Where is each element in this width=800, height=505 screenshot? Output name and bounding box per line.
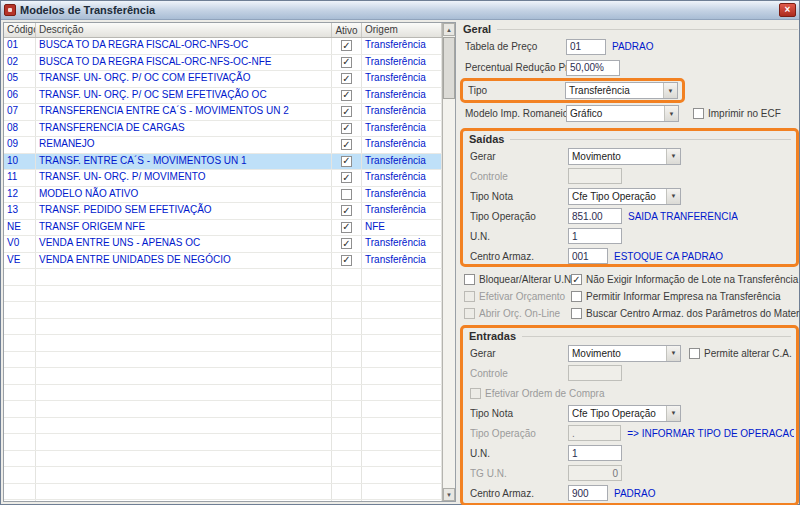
entradas-un-input[interactable]: 1 [568,445,622,461]
buscar-centro-armaz-checkbox[interactable] [571,308,582,319]
empty-cell [36,269,332,285]
row-origem: Transferência [362,154,442,170]
vertical-scrollbar[interactable]: ▲ ▼ [442,23,455,501]
empty-cell [36,434,332,450]
table-row[interactable]: 09REMANEJO✓Transferência [4,137,442,154]
ativo-checkbox[interactable]: ✓ [341,106,352,117]
ativo-checkbox[interactable]: ✓ [341,255,352,266]
column-header-origem[interactable]: Origem [362,23,442,37]
row-origem: Transferência [362,236,442,252]
empty-cell [36,467,332,483]
section-saidas-header: Saídas [465,132,794,146]
table-row-empty [4,352,442,369]
column-header-ativo[interactable]: Ativo [332,23,362,37]
table-row[interactable]: VEVENDA ENTRE UNIDADES DE NEGÓCIO✓Transf… [4,253,442,270]
titlebar[interactable]: Modelos de Transferência × [1,1,799,20]
entradas-field-centro-armaz: Centro Armaz. 900 PADRAO [465,483,794,503]
imprimir-ecf-checkbox[interactable] [693,108,704,119]
ativo-checkbox[interactable]: ✓ [341,205,352,216]
saidas-un-label: U.N. [470,231,568,242]
ativo-checkbox[interactable]: ✓ [341,73,352,84]
empty-cell [362,302,442,318]
table-row[interactable]: 10TRANSF. ENTRE CA´S - MOVIMENTOS UN 1✓T… [4,154,442,171]
table-row[interactable]: V0VENDA ENTRE UNS - APENAS OC✓Transferên… [4,236,442,253]
dropdown-arrow-icon[interactable]: ▼ [666,149,680,164]
tipo-dropdown[interactable]: Transferência ▼ [565,82,678,99]
row-codigo: 05 [4,71,36,87]
scrollbar-track[interactable] [443,99,455,488]
row-descricao: BUSCA TO DA REGRA FISCAL-ORC-NFS-OC [36,38,332,54]
saidas-tipo-nota-dropdown[interactable]: Cfe Tipo Operação ▼ [568,188,681,205]
empty-cell [332,335,362,351]
row-ativo-cell: ✓ [332,55,362,71]
saidas-tipo-operacao-input[interactable]: 851.00 [568,208,622,224]
table-row[interactable]: NETRANSF ORIGEM NFE✓NFE [4,220,442,237]
empty-cell [332,451,362,467]
ativo-checkbox[interactable]: ✓ [341,40,352,51]
ativo-checkbox[interactable]: ✓ [341,90,352,101]
table-row[interactable]: 02BUSCA TO DA REGRA FISCAL-ORC-NFS-OC-NF… [4,55,442,72]
ativo-checkbox[interactable]: ✓ [341,123,352,134]
column-header-descricao[interactable]: Descrição [36,23,332,37]
ativo-checkbox[interactable]: ✓ [341,172,352,183]
empty-cell [332,401,362,417]
permitir-informar-empresa-checkbox[interactable] [571,291,582,302]
entradas-field-un: U.N. 1 [465,443,794,463]
entradas-tg-un-label: TG U.N. [470,468,568,479]
tabela-preco-input[interactable]: 01 [566,39,606,55]
window-title: Modelos de Transferência [20,4,775,16]
row-ativo-cell: ✓ [332,137,362,153]
table-row[interactable]: 06TRANSF. UN- ORÇ. P/ OC SEM EFETIVAÇÃO … [4,88,442,105]
empty-cell [362,451,442,467]
column-header-codigo[interactable]: Código [4,23,36,37]
entradas-gerar-dropdown[interactable]: Movimento ▼ [568,345,681,362]
entradas-tipo-nota-dropdown[interactable]: Cfe Tipo Operação ▼ [568,405,681,422]
table-row[interactable]: 12MODELO NÃO ATIVOTransferência [4,187,442,204]
dropdown-arrow-icon[interactable]: ▼ [666,346,680,361]
romaneio-dropdown[interactable]: Gráfico ▼ [566,105,679,122]
empty-cell [4,418,36,434]
ativo-checkbox[interactable]: ✓ [341,222,352,233]
saidas-gerar-dropdown[interactable]: Movimento ▼ [568,148,681,165]
table-row[interactable]: 01BUSCA TO DA REGRA FISCAL-ORC-NFS-OC✓Tr… [4,38,442,55]
tabela-preco-label: Tabela de Preço [465,41,566,52]
dropdown-arrow-icon[interactable]: ▼ [664,106,678,121]
row-origem: Transferência [362,121,442,137]
bloquear-alterar-un-checkbox[interactable] [464,274,475,285]
ativo-checkbox[interactable]: ✓ [341,139,352,150]
table-row[interactable]: 13TRANSF. PEDIDO SEM EFETIVAÇÃO✓Transfer… [4,203,442,220]
row-descricao: TRANSFERENCIA DE CARGAS [36,121,332,137]
percentual-input[interactable]: 50,00% [566,60,620,76]
table-row[interactable]: 07TRANSFERENCIA ENTRE CA´S - MOVIMENTOS … [4,104,442,121]
table-row[interactable]: 05TRANSF. UN- ORÇ. P/ OC COM EFETIVAÇÃO✓… [4,71,442,88]
close-button[interactable]: × [779,3,796,17]
table-row-empty [4,368,442,385]
empty-cell [4,319,36,335]
scroll-down-icon[interactable]: ▼ [443,488,455,501]
saidas-centro-armaz-input[interactable]: 001 [568,248,608,264]
table-row[interactable]: 08TRANSFERENCIA DE CARGAS✓Transferência [4,121,442,138]
row-ativo-cell: ✓ [332,104,362,120]
scrollbar-thumb[interactable] [443,37,455,99]
ativo-checkbox[interactable] [341,189,352,200]
permite-alterar-ca-checkbox[interactable] [689,348,700,359]
ativo-checkbox[interactable]: ✓ [341,57,352,68]
models-table: Código Descrição Ativo Origem 01BUSCA TO… [3,22,456,502]
empty-cell [362,319,442,335]
dropdown-arrow-icon[interactable]: ▼ [663,83,677,98]
scroll-up-icon[interactable]: ▲ [443,23,455,36]
ativo-checkbox[interactable]: ✓ [341,238,352,249]
row-descricao: TRANSF. ENTRE CA´S - MOVIMENTOS UN 1 [36,154,332,170]
nao-exigir-lote-checkbox[interactable]: ✓ [571,274,582,285]
dropdown-arrow-icon[interactable]: ▼ [666,406,680,421]
row-origem: Transferência [362,253,442,269]
table-row[interactable]: 11TRANSF. UN- ORÇ. P/ MOVIMENTO✓Transfer… [4,170,442,187]
row-origem: Transferência [362,187,442,203]
entradas-centro-armaz-input[interactable]: 900 [568,485,608,501]
dropdown-arrow-icon[interactable]: ▼ [666,189,680,204]
ativo-checkbox[interactable]: ✓ [341,156,352,167]
empty-cell [4,500,36,501]
saidas-un-input[interactable]: 1 [568,228,622,244]
empty-cell [332,418,362,434]
empty-cell [4,385,36,401]
